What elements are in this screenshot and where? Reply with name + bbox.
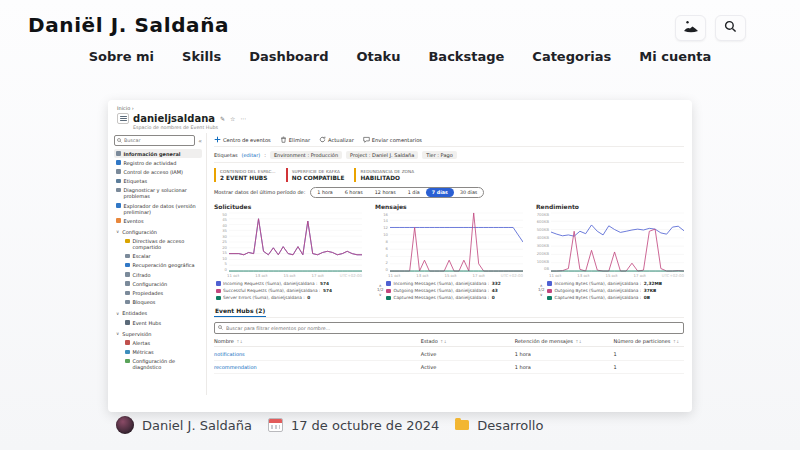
hub-filter-input[interactable] bbox=[226, 326, 680, 331]
period-1-hora[interactable]: 1 hora bbox=[311, 188, 338, 196]
hub-name-link[interactable]: notifications bbox=[214, 351, 421, 357]
legend-pager: ∧1/2∨ bbox=[377, 281, 383, 300]
nav-item-otaku[interactable]: Otaku bbox=[357, 49, 401, 64]
sidebar-item-explorador-de-datos-version-preliminar[interactable]: Explorador de datos (versión preliminar) bbox=[114, 201, 202, 216]
nav-item-dashboard[interactable]: Dashboard bbox=[249, 49, 328, 64]
tag-project-daniel-j-saldana[interactable]: Project : Daniel J. Saldaña bbox=[346, 151, 418, 159]
favorite-star-icon[interactable]: ☆ bbox=[230, 115, 235, 122]
legend-item[interactable]: Captured Messages (Suma), danieljsaldana… bbox=[386, 295, 523, 300]
nav-item-backstage[interactable]: Backstage bbox=[428, 49, 504, 64]
post-meta: Daniel J. Saldaña 17 de octubre de 2024 … bbox=[116, 416, 543, 434]
legend-page-down-icon[interactable]: ∨ bbox=[379, 293, 382, 298]
y-tick: 10 bbox=[214, 256, 227, 261]
sidebar-item-informacion-general[interactable]: Información general bbox=[114, 149, 202, 158]
table-row[interactable]: notificationsActive1 hora1 bbox=[214, 347, 684, 360]
column-label: Nombre bbox=[214, 338, 234, 344]
hub-name-link[interactable]: recommendation bbox=[214, 364, 421, 370]
sidebar-search-input[interactable] bbox=[124, 138, 192, 143]
sidebar-item-bloqueos[interactable]: Bloqueos bbox=[114, 298, 202, 307]
event-hubs-tab[interactable]: Event Hubs (2) bbox=[214, 307, 266, 317]
search-button[interactable] bbox=[715, 15, 746, 41]
nav-item-categorias[interactable]: Categorias bbox=[532, 49, 611, 64]
feedback-icon bbox=[363, 136, 370, 143]
legend-item[interactable]: Captured Bytes (Suma), danieljsaldana :0… bbox=[547, 295, 684, 300]
tags-edit-link[interactable]: (editar) bbox=[242, 152, 261, 158]
sidebar-item-cifrado[interactable]: Cifrado bbox=[114, 270, 202, 279]
sidebar-item-etiquetas[interactable]: Etiquetas bbox=[114, 177, 202, 186]
post-category[interactable]: Desarrollo bbox=[477, 418, 543, 433]
properties-icon bbox=[125, 291, 130, 296]
header-actions bbox=[675, 15, 746, 41]
period-6-horas[interactable]: 6 horas bbox=[339, 188, 369, 196]
tag-environment-produccion[interactable]: Environment : Producción bbox=[270, 151, 342, 159]
chart-plot bbox=[551, 212, 684, 272]
toolbar-centro-de-eventos[interactable]: Centro de eventos bbox=[214, 136, 271, 143]
y-tick: 12 bbox=[375, 225, 388, 230]
shared-access-policies-icon bbox=[125, 239, 130, 244]
chevron-down-icon: ∨ bbox=[116, 229, 119, 234]
collapse-sidebar-icon[interactable]: « bbox=[198, 137, 202, 144]
events-icon bbox=[116, 218, 121, 223]
period-1-dia[interactable]: 1 día bbox=[402, 188, 426, 196]
sidebar-item-recuperacion-geografica[interactable]: Recuperación geográfica bbox=[114, 261, 202, 270]
sidebar-item-configuracion[interactable]: Configuración bbox=[114, 279, 202, 288]
period-12-horas[interactable]: 12 horas bbox=[369, 188, 402, 196]
sidebar-item-supervision[interactable]: ∨Supervisión bbox=[114, 329, 202, 338]
author-name[interactable]: Daniel J. Saldaña bbox=[142, 418, 252, 433]
encryption-icon bbox=[125, 272, 130, 277]
site-logo[interactable]: Daniël J. Saldaña bbox=[28, 13, 229, 37]
tag-tier-pago[interactable]: Tier : Pago bbox=[422, 151, 456, 159]
sidebar-item-event-hubs[interactable]: Event Hubs bbox=[114, 318, 202, 327]
sidebar-item-control-de-acceso-iam[interactable]: Control de acceso (IAM) bbox=[114, 167, 202, 176]
nav-item-skills[interactable]: Skills bbox=[182, 49, 221, 64]
sidebar-item-propiedades[interactable]: Propiedades bbox=[114, 288, 202, 297]
toolbar-eliminar[interactable]: Eliminar bbox=[280, 136, 310, 143]
theme-mountain-button[interactable] bbox=[675, 15, 706, 41]
period-30-dias[interactable]: 30 días bbox=[454, 188, 483, 196]
breadcrumb[interactable]: Inicio › bbox=[117, 105, 683, 111]
legend-item[interactable]: Incoming Bytes (Suma), danieljsaldana :2… bbox=[547, 281, 684, 286]
sidebar-item-eventos[interactable]: Eventos bbox=[114, 216, 202, 225]
toolbar-actualizar[interactable]: Actualizar bbox=[319, 136, 354, 143]
sidebar-search-box[interactable] bbox=[114, 135, 195, 146]
legend-item[interactable]: Outgoing Messages (Suma), danieljsaldana… bbox=[386, 288, 523, 293]
table-row[interactable]: recommendationActive1 hora1 bbox=[214, 361, 684, 374]
x-tick: 17 oct bbox=[473, 273, 485, 278]
edit-icon[interactable]: ✎ bbox=[220, 115, 225, 122]
sidebar-item-directivas-de-acceso-compartido[interactable]: Directivas de acceso compartido bbox=[114, 237, 202, 252]
legend-item[interactable]: Incoming Requests (Suma), danieljsaldana… bbox=[216, 281, 362, 286]
legend-swatch bbox=[216, 281, 221, 286]
column-header-nombre[interactable]: Nombre ↑↓ bbox=[214, 338, 421, 344]
sidebar-item-registro-de-actividad[interactable]: Registro de actividad bbox=[114, 158, 202, 167]
legend-page-down-icon[interactable]: ∨ bbox=[540, 293, 543, 298]
sidebar-item-diagnosticar-y-solucionar-problemas[interactable]: Diagnosticar y solucionar problemas bbox=[114, 186, 202, 201]
sidebar-item-entidades[interactable]: ∨Entidades bbox=[114, 309, 202, 318]
sidebar-item-escalar[interactable]: Escalar bbox=[114, 252, 202, 261]
column-header-retencion-de-mensajes[interactable]: Retención de mensajes ↑↓ bbox=[515, 338, 614, 344]
legend-item[interactable]: Server Errors (Suma), danieljsaldana :0 bbox=[216, 295, 362, 300]
sidebar-item-metricas[interactable]: Métricas bbox=[114, 348, 202, 357]
sidebar-item-alertas[interactable]: Alertas bbox=[114, 338, 202, 347]
y-axis-labels: 50454035302520151050 bbox=[214, 212, 227, 272]
sidebar-item-configuracion[interactable]: ∨Configuración bbox=[114, 227, 202, 236]
column-header-estado[interactable]: Estado ↑↓ bbox=[421, 338, 515, 344]
toolbar-enviar-comentarios[interactable]: Enviar comentarios bbox=[363, 136, 422, 143]
column-header-numero-de-particiones[interactable]: Número de particiones ↑↓ bbox=[613, 338, 684, 344]
sidebar-item-configuracion-de-diagnostico[interactable]: Configuración de diagnóstico bbox=[114, 357, 202, 372]
more-options-icon[interactable]: ··· bbox=[240, 115, 246, 122]
chart-title: Mensajes bbox=[375, 203, 523, 210]
nav-item-sobre-mi[interactable]: Sobre mi bbox=[89, 49, 154, 64]
hub-filter-box[interactable] bbox=[214, 322, 684, 334]
legend-total: 2,32MB bbox=[644, 281, 662, 286]
period-7-dias[interactable]: 7 días bbox=[426, 188, 454, 196]
author-avatar[interactable] bbox=[116, 416, 134, 434]
legend-item[interactable]: Successful Requests (Suma), danieljsalda… bbox=[216, 288, 362, 293]
legend-item[interactable]: Outgoing Bytes (Suma), danieljsaldana :3… bbox=[547, 288, 684, 293]
legend-item[interactable]: Incoming Messages (Suma), danieljsaldana… bbox=[386, 281, 523, 286]
legend-name: Outgoing Messages (Suma), danieljsaldana… bbox=[393, 288, 489, 293]
sort-icon: ↑↓ bbox=[439, 339, 447, 344]
nav-item-mi-cuenta[interactable]: Mi cuenta bbox=[639, 49, 711, 64]
legend-total: 0 bbox=[307, 295, 310, 300]
search-icon bbox=[724, 20, 737, 36]
y-tick: 20 bbox=[214, 245, 227, 250]
